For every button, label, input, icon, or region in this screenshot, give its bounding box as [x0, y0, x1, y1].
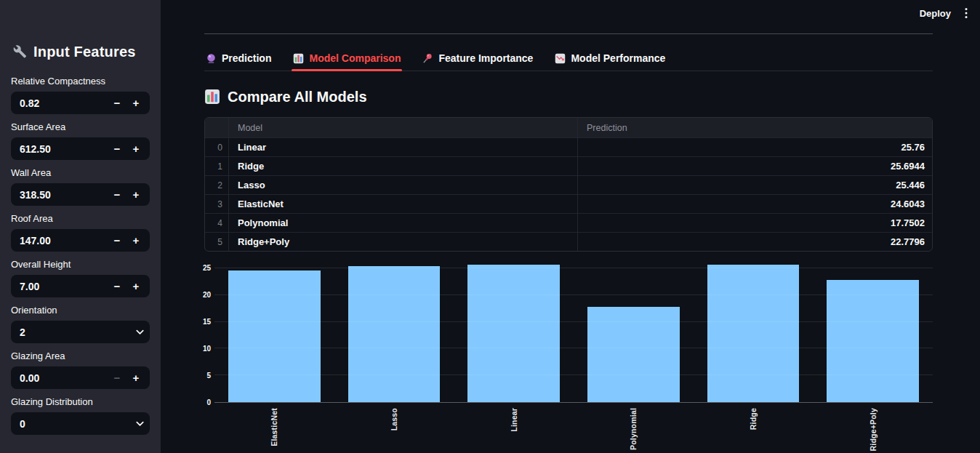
models-table[interactable]: Model Prediction 0 Linear 25.76 1 Ridge …	[204, 117, 933, 252]
field-orientation: Orientation 2	[11, 305, 150, 343]
field-relative-compactness: Relative Compactness 0.82 − +	[11, 76, 150, 114]
bar-slot: Ridge+Poly	[813, 262, 933, 402]
decrement-button[interactable]: −	[108, 372, 126, 384]
number-input-value[interactable]: 0.00	[20, 372, 108, 384]
sidebar-title-text: Input Features	[33, 44, 136, 60]
field-roof-area: Roof Area 147.00 − +	[11, 213, 150, 252]
tab-prediction[interactable]: Prediction	[204, 51, 273, 71]
model-column-header[interactable]: Model	[229, 118, 578, 137]
row-index: 4	[205, 214, 229, 232]
prediction-column-header[interactable]: Prediction	[578, 118, 932, 137]
x-tick-label: Linear	[510, 408, 518, 432]
chart-bars: ElasticNetLassoLinearPolynomialRidgeRidg…	[214, 262, 933, 402]
table-header-row: Model Prediction	[205, 118, 932, 137]
increment-button[interactable]: +	[126, 97, 145, 109]
field-glazing-distribution: Glazing Distribution 0	[11, 396, 150, 435]
number-input-value[interactable]: 7.00	[20, 281, 108, 292]
field-surface-area: Surface Area 612.50 − +	[11, 121, 150, 160]
increment-button[interactable]: +	[126, 234, 145, 246]
number-input-value[interactable]: 147.00	[20, 235, 108, 246]
bar-slot: ElasticNet	[214, 262, 334, 402]
field-wall-area: Wall Area 318.50 − +	[11, 167, 150, 206]
field-label: Relative Compactness	[11, 76, 150, 87]
crystal-ball-icon	[206, 53, 217, 64]
select-orientation[interactable]: 2	[11, 321, 150, 343]
increment-button[interactable]: +	[126, 372, 145, 384]
tab-label: Model Comparison	[309, 52, 401, 64]
bar-ridge	[707, 265, 800, 402]
row-index: 3	[205, 195, 229, 213]
sidebar: Input Features Relative Compactness 0.82…	[0, 0, 161, 453]
x-tick-label: ElasticNet	[270, 408, 278, 446]
number-input-value[interactable]: 0.82	[20, 97, 108, 109]
decrement-button[interactable]: −	[108, 143, 126, 155]
number-input-roof-area[interactable]: 147.00 − +	[11, 229, 150, 252]
divider	[204, 33, 933, 34]
field-glazing-area: Glazing Area 0.00 − +	[11, 350, 150, 389]
index-column-header[interactable]	[205, 118, 229, 137]
increment-button[interactable]: +	[126, 143, 145, 155]
field-label: Surface Area	[11, 121, 150, 133]
increment-button[interactable]: +	[126, 280, 145, 292]
increment-button[interactable]: +	[126, 188, 145, 201]
row-index: 1	[205, 157, 229, 175]
number-input-value[interactable]: 612.50	[20, 143, 108, 155]
number-input-relative-compactness[interactable]: 0.82 − +	[11, 92, 150, 114]
predictions-bar-chart: 0510152025 ElasticNetLassoLinearPolynomi…	[204, 262, 933, 452]
x-tick-label: Lasso	[390, 408, 398, 430]
field-label: Glazing Distribution	[11, 396, 150, 408]
tab-model-performance[interactable]: Model Performance	[553, 51, 667, 71]
bar-slot: Ridge	[694, 262, 814, 402]
decrement-button[interactable]: −	[108, 234, 126, 246]
model-cell: ElasticNet	[229, 195, 578, 213]
field-overall-height: Overall Height 7.00 − +	[11, 259, 150, 297]
sidebar-title: Input Features	[13, 41, 150, 62]
chevron-down-icon	[131, 418, 145, 429]
y-tick-label: 0	[206, 399, 211, 406]
table-row: 2 Lasso 25.446	[205, 175, 932, 194]
app-header: Deploy	[161, 0, 980, 26]
gridline	[214, 374, 933, 375]
tab-label: Prediction	[222, 52, 271, 64]
x-tick-label: Ridge	[749, 408, 758, 430]
number-input-surface-area[interactable]: 612.50 − +	[11, 137, 150, 160]
gridline	[214, 268, 933, 268]
main-menu-button[interactable]	[963, 6, 970, 20]
number-input-wall-area[interactable]: 318.50 − +	[11, 183, 150, 206]
model-cell: Ridge	[229, 157, 578, 175]
decrement-button[interactable]: −	[108, 97, 126, 109]
chart-plot: ElasticNetLassoLinearPolynomialRidgeRidg…	[214, 262, 933, 403]
number-input-value[interactable]: 318.50	[20, 189, 108, 201]
select-glazing-distribution[interactable]: 0	[11, 412, 150, 435]
table-row: 4 Polynomial 17.7502	[205, 213, 932, 232]
field-label: Glazing Area	[11, 350, 150, 362]
select-value[interactable]: 0	[20, 418, 131, 430]
model-cell: Linear	[229, 138, 578, 156]
gridline	[214, 348, 933, 348]
number-input-overall-height[interactable]: 7.00 − +	[11, 275, 150, 297]
row-index: 5	[205, 233, 229, 251]
table-row: 0 Linear 25.76	[205, 137, 932, 156]
gridline	[214, 321, 933, 322]
decrement-button[interactable]: −	[108, 188, 126, 201]
bar-ridge-poly	[827, 280, 919, 402]
table-row: 1 Ridge 25.6944	[205, 156, 932, 175]
x-tick-label: Polynomial	[629, 408, 638, 450]
model-cell: Lasso	[229, 176, 578, 194]
prediction-cell: 24.6043	[578, 195, 932, 213]
tab-feature-importance[interactable]: Feature Importance	[421, 51, 534, 71]
bar-slot: Polynomial	[574, 262, 694, 402]
y-tick-label: 10	[203, 345, 211, 353]
prediction-cell: 25.76	[578, 138, 932, 156]
x-tick-label: Ridge+Poly	[869, 408, 877, 451]
y-tick-label: 5	[206, 372, 211, 380]
select-value[interactable]: 2	[20, 326, 131, 338]
number-input-glazing-area[interactable]: 0.00 − +	[11, 366, 150, 389]
tab-model-comparison[interactable]: Model Comparison	[292, 51, 402, 71]
y-tick-label: 20	[203, 292, 211, 299]
row-index: 2	[205, 176, 229, 194]
deploy-button[interactable]: Deploy	[920, 8, 951, 19]
decrement-button[interactable]: −	[108, 280, 126, 292]
model-cell: Polynomial	[229, 214, 578, 232]
wrench-icon	[13, 45, 27, 59]
